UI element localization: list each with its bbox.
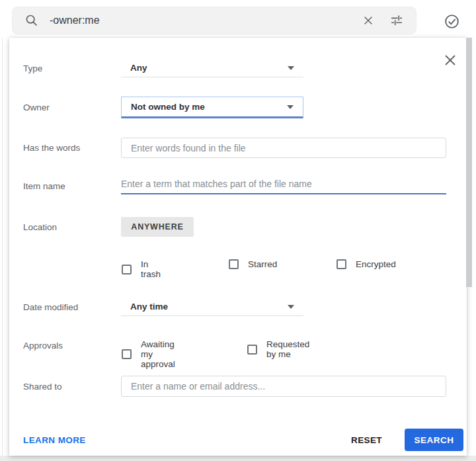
shared-to-input[interactable] [121,376,446,397]
reset-button[interactable]: RESET [351,435,382,445]
date-modified-select-value: Any time [130,302,168,312]
date-modified-select[interactable]: Any time [121,298,303,316]
encrypted-checkbox[interactable] [337,259,346,269]
tune-sliders-icon [389,13,404,28]
page-edge-line [2,38,3,456]
type-select-value: Any [130,63,147,73]
caret-down-icon [287,105,294,109]
item-name-row: Item name [23,177,446,194]
type-row: Type Any [23,59,303,77]
advanced-search-dialog: Type Any Owner Not owned by me Has the w… [9,38,467,456]
has-words-row: Has the words [23,138,446,158]
close-icon [362,14,375,27]
requested-by-me-checkbox-group[interactable]: Requested by me [247,339,309,359]
requested-by-me-label: Requested by me [266,339,309,359]
encrypted-label: Encrypted [356,259,396,269]
item-name-input[interactable] [121,177,446,194]
close-icon [442,52,458,68]
has-words-label: Has the words [23,143,121,153]
search-options-button[interactable] [389,13,404,28]
starred-checkbox[interactable] [229,259,239,269]
encrypted-checkbox-group[interactable]: Encrypted [337,259,396,269]
in-trash-label: In trash [141,259,161,279]
owner-row: Owner Not owned by me [23,97,303,118]
location-row: Location ANYWHERE [23,217,194,237]
starred-checkbox-group[interactable]: Starred [229,259,277,269]
owner-select[interactable]: Not owned by me [121,97,303,118]
approvals-row: Approvals Awaiting my approval Requested… [23,339,121,352]
in-trash-checkbox[interactable] [122,265,132,274]
owner-select-value: Not owned by me [131,102,205,112]
search-input[interactable] [50,15,347,26]
search-button[interactable]: SEARCH [405,429,463,451]
check-circle-icon [444,13,460,30]
date-modified-label: Date modified [23,302,121,312]
caret-down-icon [288,305,294,309]
requested-by-me-checkbox[interactable] [247,345,257,355]
scrollbar-thumb[interactable] [466,38,472,287]
shared-to-row: Shared to [23,376,446,397]
search-icon [24,13,39,28]
has-words-input[interactable] [121,138,446,158]
page-background-strip [0,456,476,461]
clear-search-button[interactable] [362,14,375,27]
awaiting-approval-checkbox[interactable] [122,349,132,359]
awaiting-approval-label: Awaiting my approval [141,339,175,369]
owner-label: Owner [23,103,121,112]
shared-to-label: Shared to [23,382,121,392]
in-trash-checkbox-group[interactable]: In trash [122,259,161,279]
caret-down-icon [288,66,294,70]
location-anywhere-button[interactable]: ANYWHERE [121,217,194,237]
search-bar [12,7,416,34]
tasks-button[interactable] [444,13,460,30]
item-name-label: Item name [23,181,121,191]
learn-more-link[interactable]: LEARN MORE [23,435,86,445]
awaiting-approval-checkbox-group[interactable]: Awaiting my approval [122,339,175,369]
dialog-footer: LEARN MORE RESET SEARCH [23,429,463,451]
starred-label: Starred [248,259,277,269]
location-label: Location [23,222,121,232]
type-label: Type [23,63,121,73]
flags-row: In trash Starred Encrypted [23,259,121,272]
date-modified-row: Date modified Any time [23,298,303,316]
approvals-label: Approvals [23,341,121,351]
close-dialog-button[interactable] [442,52,458,68]
type-select[interactable]: Any [121,59,303,77]
